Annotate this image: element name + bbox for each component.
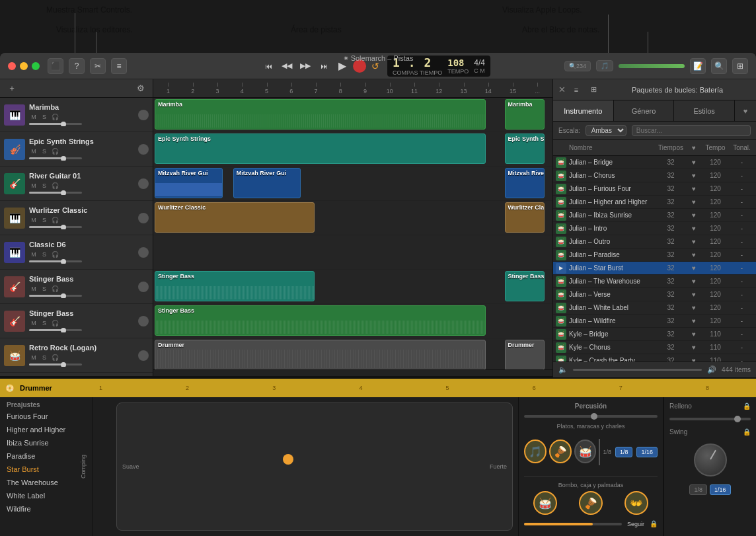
track-row-5[interactable]: 🎹 Classic D6 M S 🎧: [0, 235, 153, 270]
help-btn[interactable]: ?: [69, 58, 85, 74]
loop-item-3[interactable]: 🥁 Julian – Higher and Higher 32 ♥ 120 -: [553, 196, 756, 209]
swing-knob[interactable]: [694, 443, 727, 477]
clip-retro-2[interactable]: Drummer: [505, 340, 545, 369]
drum-xy-pad[interactable]: Suave Fuerte: [116, 402, 513, 531]
solo-btn-8[interactable]: S: [40, 353, 49, 362]
track-fader-3[interactable]: [29, 192, 82, 194]
loops-close-btn[interactable]: ✕: [558, 85, 566, 95]
track-volume-4[interactable]: [138, 213, 149, 223]
loops-category[interactable]: Batería: [700, 86, 723, 94]
loop-heart-1[interactable]: ♥: [687, 172, 700, 179]
loop-item-6[interactable]: 🥁 Julian – Outro 32 ♥ 120 -: [553, 235, 756, 249]
track-fader-1[interactable]: [29, 123, 82, 125]
bombo-fader[interactable]: [524, 523, 622, 525]
relleno-fader[interactable]: [669, 418, 751, 420]
clip-stinger2-1[interactable]: Stinger Bass: [155, 305, 486, 336]
track-row-9[interactable]: 🥁 After Party (Julian) M S 🎧: [0, 373, 153, 376]
clip-strings-2[interactable]: Epic Synth Strings: [505, 134, 545, 164]
filter-tab-heart[interactable]: ♥: [735, 107, 756, 115]
filter-tab-genero[interactable]: Género: [614, 100, 675, 121]
fader-knob-3[interactable]: [61, 190, 66, 196]
quantize-1-16-btn[interactable]: 1/16: [710, 484, 731, 495]
track-volume-1[interactable]: [138, 110, 149, 120]
minimize-button[interactable]: [20, 62, 28, 70]
fader-knob-7[interactable]: [61, 328, 66, 333]
clip-retro-1[interactable]: Drummer: [155, 340, 486, 369]
fader-knob-6[interactable]: [61, 293, 66, 299]
loop-heart-4[interactable]: ♥: [687, 211, 700, 219]
loop-item-13[interactable]: 🥁 Kyle – Bridge 32 ♥ 110 -: [553, 328, 756, 341]
loop-item-7[interactable]: 🥁 Julian – Paradise 32 ♥ 120 -: [553, 249, 756, 262]
rewind-btn[interactable]: ⏮: [260, 58, 276, 74]
clip-strings-1[interactable]: Epic Synth Strings: [155, 134, 486, 164]
percusion-fader-knob[interactable]: [591, 413, 597, 420]
loop-heart-10[interactable]: ♥: [687, 291, 700, 298]
loop-heart-7[interactable]: ♥: [687, 251, 700, 258]
fader-knob-2[interactable]: [61, 156, 66, 161]
loop-heart-15[interactable]: ♥: [687, 357, 700, 362]
apple-loops-btn[interactable]: ⊞: [732, 58, 748, 74]
forward-btn[interactable]: ▶▶: [297, 58, 313, 74]
add-track-btn[interactable]: +: [5, 82, 19, 95]
loop-heart-8[interactable]: ♥: [687, 264, 700, 272]
preset-item-wildfire[interactable]: Wildfire: [0, 502, 92, 516]
clip-guitar-1[interactable]: Mitzvah River Gui: [155, 168, 223, 198]
loop-heart-9[interactable]: ♥: [687, 278, 700, 285]
track-row-4[interactable]: 🎹 Wurlitzer Classic M S 🎧: [0, 201, 153, 235]
headphones-btn-5[interactable]: 🎧: [50, 250, 59, 259]
loops-vol-down[interactable]: 🔈: [558, 365, 568, 374]
hat-pad[interactable]: 🎵: [524, 440, 547, 463]
track-row-1[interactable]: 🎹 Marimba M S 🎧: [0, 98, 153, 132]
shaker-pad[interactable]: 🪘: [549, 440, 572, 463]
headphones-btn-8[interactable]: 🎧: [50, 353, 59, 362]
fullscreen-button[interactable]: [32, 62, 40, 70]
search-loops-btn[interactable]: 🔍: [711, 58, 727, 74]
back-btn[interactable]: ◀◀: [279, 58, 295, 74]
headphones-btn-4[interactable]: 🎧: [50, 215, 59, 225]
clip-wurlitzer-2[interactable]: Wurlitzer Classic: [505, 202, 545, 233]
kick-pad[interactable]: 🥁: [533, 491, 557, 515]
clip-guitar-3[interactable]: Mitzvah River Gui: [505, 168, 545, 198]
loop-item-10[interactable]: 🥁 Julian – Verse 32 ♥ 120 -: [553, 288, 756, 301]
loop-heart-11[interactable]: ♥: [687, 304, 700, 311]
scale-select[interactable]: Ambas Mayor Menor: [586, 125, 626, 136]
q-1-8-btn[interactable]: 1/8: [615, 447, 633, 457]
drum-xy-dot[interactable]: [283, 454, 293, 465]
tune-btn[interactable]: 🎵: [596, 60, 613, 71]
track-row-3[interactable]: 🎸 River Guitar 01 M S 🎧: [0, 167, 153, 201]
solo-btn-3[interactable]: S: [40, 181, 49, 190]
headphones-btn-2[interactable]: 🎧: [50, 147, 59, 156]
loop-item-11[interactable]: 🥁 Julian – White Label 32 ♥ 120 -: [553, 301, 756, 315]
editors-btn[interactable]: ✂: [90, 58, 106, 74]
clap-pad[interactable]: 👐: [624, 491, 648, 515]
to-end-btn[interactable]: ⏭: [316, 58, 332, 74]
track-options-btn[interactable]: ⚙: [134, 82, 147, 95]
clip-marimba-1[interactable]: Marimba: [155, 99, 486, 130]
mute-btn-7[interactable]: M: [29, 319, 38, 328]
solo-btn-4[interactable]: S: [40, 215, 49, 225]
loop-item-9[interactable]: 🥁 Julian – The Warehouse 32 ♥ 120 -: [553, 275, 756, 288]
loop-item-14[interactable]: 🥁 Kyle – Chorus 32 ♥ 110 -: [553, 341, 756, 354]
mute-btn-6[interactable]: M: [29, 284, 38, 293]
loop-item-8[interactable]: ▶ Julian – Star Burst 32 ♥ 120 -: [553, 262, 756, 275]
track-fader-7[interactable]: [29, 329, 82, 331]
fader-knob-4[interactable]: [61, 225, 66, 230]
mute-btn-3[interactable]: M: [29, 181, 38, 190]
loop-heart-2[interactable]: ♥: [687, 185, 700, 192]
loop-heart-3[interactable]: ♥: [687, 198, 700, 206]
quantize-1-8-btn[interactable]: 1/8: [689, 484, 707, 495]
headphones-btn-7[interactable]: 🎧: [50, 319, 59, 328]
fader-knob-5[interactable]: [61, 259, 66, 264]
loops-vol-up[interactable]: 🔊: [707, 365, 716, 374]
loop-item-12[interactable]: 🥁 Julian – Wildfire 32 ♥ 120 -: [553, 315, 756, 328]
preset-item-furious-four[interactable]: Furious Four: [0, 410, 92, 423]
preset-item-white-label[interactable]: White Label: [0, 489, 92, 502]
track-fader-2[interactable]: [29, 157, 82, 159]
smart-controls-btn[interactable]: ⬛: [48, 58, 63, 74]
relleno-fader-knob[interactable]: [734, 416, 741, 422]
headphones-btn-1[interactable]: 🎧: [50, 112, 59, 122]
hihat-pad[interactable]: 🥁: [574, 440, 597, 463]
clip-marimba-2[interactable]: Marimba: [505, 99, 545, 130]
loop-heart-14[interactable]: ♥: [687, 344, 700, 351]
track-row-6[interactable]: 🎸 Stinger Bass M S 🎧: [0, 270, 153, 304]
